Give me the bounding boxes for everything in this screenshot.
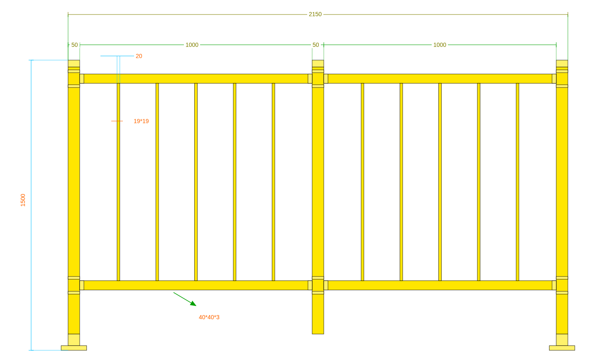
rail-conn — [80, 74, 84, 83]
bottom-rail-0 — [80, 281, 312, 290]
dim-post-width-left: 50 — [70, 41, 80, 48]
post-cap — [556, 60, 568, 67]
post-foot — [68, 334, 80, 346]
top-rail-1 — [324, 74, 556, 83]
rail-conn — [308, 74, 312, 83]
picket — [439, 83, 442, 281]
picket — [272, 83, 275, 281]
rail-conn — [80, 281, 84, 290]
base-plate — [549, 346, 575, 350]
dim-span-right: 1000 — [432, 41, 448, 48]
post-band — [556, 70, 568, 73]
post-cap — [312, 60, 324, 67]
base-plate — [61, 346, 87, 350]
picket — [156, 83, 159, 281]
dim-rail-profile: 40*40*3 — [197, 314, 221, 320]
picket — [361, 83, 364, 281]
dim-span-left: 1000 — [184, 41, 200, 48]
bottom-rail-1 — [324, 281, 556, 290]
top-rail-0 — [80, 74, 312, 83]
post-band — [68, 70, 80, 73]
post-band — [312, 70, 324, 73]
post-band — [312, 85, 324, 87]
picket — [195, 83, 198, 281]
post-band — [556, 277, 568, 279]
post-band — [68, 277, 80, 279]
dim-mid-post-width: 50 — [311, 41, 321, 48]
post-cap — [68, 60, 80, 67]
arrow-rail-profile — [174, 292, 196, 306]
post-foot — [556, 334, 568, 346]
rail-conn — [552, 281, 556, 290]
dim-picket-profile: 19*19 — [132, 118, 151, 124]
post-band — [312, 291, 324, 294]
picket — [117, 83, 120, 281]
post-band — [556, 291, 568, 294]
post-band — [68, 291, 80, 294]
rail-conn — [552, 74, 556, 83]
picket — [233, 83, 236, 281]
post-band — [556, 85, 568, 87]
post-band — [312, 277, 324, 279]
rail-conn — [324, 281, 328, 290]
dim-picket-spacing: 20 — [134, 53, 144, 59]
post-band — [68, 85, 80, 87]
dim-total-width: 2150 — [307, 11, 323, 17]
rail-conn — [324, 74, 328, 83]
picket — [477, 83, 480, 281]
picket — [516, 83, 519, 281]
dim-height: 1500 — [20, 192, 26, 208]
drawing-canvas: 2150 50 1000 50 1000 20 19*19 40*40*3 15… — [0, 0, 599, 364]
rail-conn — [308, 281, 312, 290]
drawing-svg — [0, 0, 599, 364]
picket — [400, 83, 403, 281]
